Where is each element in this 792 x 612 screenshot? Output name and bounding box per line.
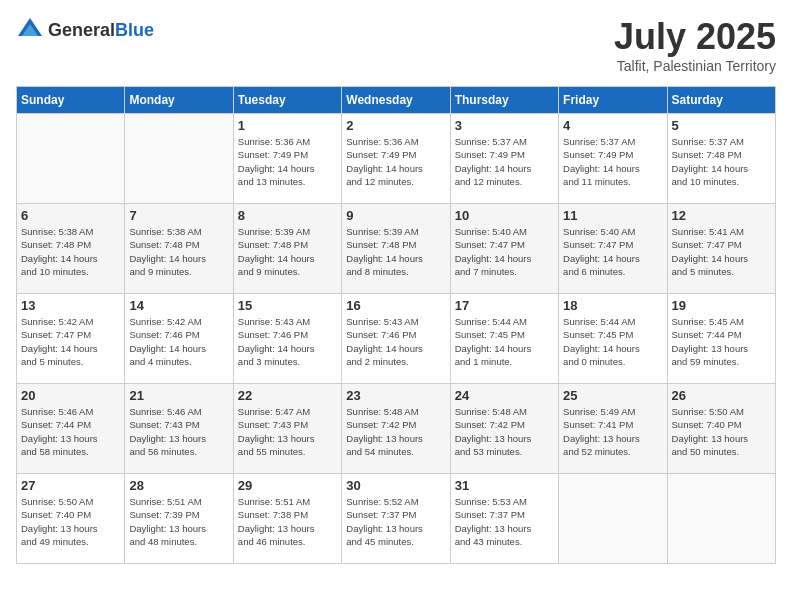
- day-number: 18: [563, 298, 662, 313]
- calendar-header: SundayMondayTuesdayWednesdayThursdayFrid…: [17, 87, 776, 114]
- calendar-cell: 24Sunrise: 5:48 AM Sunset: 7:42 PM Dayli…: [450, 384, 558, 474]
- week-row-1: 1Sunrise: 5:36 AM Sunset: 7:49 PM Daylig…: [17, 114, 776, 204]
- week-row-3: 13Sunrise: 5:42 AM Sunset: 7:47 PM Dayli…: [17, 294, 776, 384]
- day-info: Sunrise: 5:42 AM Sunset: 7:47 PM Dayligh…: [21, 315, 120, 368]
- day-info: Sunrise: 5:43 AM Sunset: 7:46 PM Dayligh…: [346, 315, 445, 368]
- day-info: Sunrise: 5:46 AM Sunset: 7:43 PM Dayligh…: [129, 405, 228, 458]
- page-header: General Blue July 2025 Talfit, Palestini…: [16, 16, 776, 74]
- calendar-cell: 19Sunrise: 5:45 AM Sunset: 7:44 PM Dayli…: [667, 294, 775, 384]
- week-row-5: 27Sunrise: 5:50 AM Sunset: 7:40 PM Dayli…: [17, 474, 776, 564]
- day-info: Sunrise: 5:39 AM Sunset: 7:48 PM Dayligh…: [238, 225, 337, 278]
- day-number: 22: [238, 388, 337, 403]
- calendar-cell: 26Sunrise: 5:50 AM Sunset: 7:40 PM Dayli…: [667, 384, 775, 474]
- week-row-4: 20Sunrise: 5:46 AM Sunset: 7:44 PM Dayli…: [17, 384, 776, 474]
- day-info: Sunrise: 5:45 AM Sunset: 7:44 PM Dayligh…: [672, 315, 771, 368]
- day-info: Sunrise: 5:43 AM Sunset: 7:46 PM Dayligh…: [238, 315, 337, 368]
- day-number: 24: [455, 388, 554, 403]
- day-number: 25: [563, 388, 662, 403]
- day-info: Sunrise: 5:40 AM Sunset: 7:47 PM Dayligh…: [563, 225, 662, 278]
- day-number: 19: [672, 298, 771, 313]
- calendar-cell: [667, 474, 775, 564]
- day-info: Sunrise: 5:42 AM Sunset: 7:46 PM Dayligh…: [129, 315, 228, 368]
- weekday-header-wednesday: Wednesday: [342, 87, 450, 114]
- day-info: Sunrise: 5:50 AM Sunset: 7:40 PM Dayligh…: [21, 495, 120, 548]
- calendar-cell: 12Sunrise: 5:41 AM Sunset: 7:47 PM Dayli…: [667, 204, 775, 294]
- calendar-cell: 4Sunrise: 5:37 AM Sunset: 7:49 PM Daylig…: [559, 114, 667, 204]
- day-number: 8: [238, 208, 337, 223]
- calendar-cell: 25Sunrise: 5:49 AM Sunset: 7:41 PM Dayli…: [559, 384, 667, 474]
- day-info: Sunrise: 5:51 AM Sunset: 7:39 PM Dayligh…: [129, 495, 228, 548]
- calendar-cell: 17Sunrise: 5:44 AM Sunset: 7:45 PM Dayli…: [450, 294, 558, 384]
- day-info: Sunrise: 5:37 AM Sunset: 7:48 PM Dayligh…: [672, 135, 771, 188]
- day-info: Sunrise: 5:37 AM Sunset: 7:49 PM Dayligh…: [563, 135, 662, 188]
- calendar-cell: 8Sunrise: 5:39 AM Sunset: 7:48 PM Daylig…: [233, 204, 341, 294]
- day-info: Sunrise: 5:36 AM Sunset: 7:49 PM Dayligh…: [346, 135, 445, 188]
- calendar-cell: 7Sunrise: 5:38 AM Sunset: 7:48 PM Daylig…: [125, 204, 233, 294]
- logo-icon: [16, 16, 44, 44]
- week-row-2: 6Sunrise: 5:38 AM Sunset: 7:48 PM Daylig…: [17, 204, 776, 294]
- day-info: Sunrise: 5:37 AM Sunset: 7:49 PM Dayligh…: [455, 135, 554, 188]
- day-info: Sunrise: 5:50 AM Sunset: 7:40 PM Dayligh…: [672, 405, 771, 458]
- calendar-cell: [125, 114, 233, 204]
- calendar-cell: 9Sunrise: 5:39 AM Sunset: 7:48 PM Daylig…: [342, 204, 450, 294]
- weekday-header-friday: Friday: [559, 87, 667, 114]
- calendar-cell: 2Sunrise: 5:36 AM Sunset: 7:49 PM Daylig…: [342, 114, 450, 204]
- day-number: 20: [21, 388, 120, 403]
- day-info: Sunrise: 5:49 AM Sunset: 7:41 PM Dayligh…: [563, 405, 662, 458]
- day-number: 28: [129, 478, 228, 493]
- logo-general-text: General: [48, 20, 115, 41]
- day-number: 14: [129, 298, 228, 313]
- logo: General Blue: [16, 16, 154, 44]
- calendar-cell: 31Sunrise: 5:53 AM Sunset: 7:37 PM Dayli…: [450, 474, 558, 564]
- calendar-cell: 1Sunrise: 5:36 AM Sunset: 7:49 PM Daylig…: [233, 114, 341, 204]
- day-number: 27: [21, 478, 120, 493]
- weekday-header-tuesday: Tuesday: [233, 87, 341, 114]
- day-number: 2: [346, 118, 445, 133]
- day-number: 23: [346, 388, 445, 403]
- calendar-cell: 29Sunrise: 5:51 AM Sunset: 7:38 PM Dayli…: [233, 474, 341, 564]
- calendar-cell: 14Sunrise: 5:42 AM Sunset: 7:46 PM Dayli…: [125, 294, 233, 384]
- day-number: 17: [455, 298, 554, 313]
- logo-blue-text: Blue: [115, 20, 154, 41]
- calendar-cell: 13Sunrise: 5:42 AM Sunset: 7:47 PM Dayli…: [17, 294, 125, 384]
- day-info: Sunrise: 5:47 AM Sunset: 7:43 PM Dayligh…: [238, 405, 337, 458]
- title-block: July 2025 Talfit, Palestinian Territory: [614, 16, 776, 74]
- calendar-body: 1Sunrise: 5:36 AM Sunset: 7:49 PM Daylig…: [17, 114, 776, 564]
- calendar-cell: 18Sunrise: 5:44 AM Sunset: 7:45 PM Dayli…: [559, 294, 667, 384]
- day-info: Sunrise: 5:38 AM Sunset: 7:48 PM Dayligh…: [21, 225, 120, 278]
- calendar-cell: 6Sunrise: 5:38 AM Sunset: 7:48 PM Daylig…: [17, 204, 125, 294]
- weekday-header-thursday: Thursday: [450, 87, 558, 114]
- day-number: 16: [346, 298, 445, 313]
- calendar-table: SundayMondayTuesdayWednesdayThursdayFrid…: [16, 86, 776, 564]
- day-number: 7: [129, 208, 228, 223]
- day-number: 1: [238, 118, 337, 133]
- day-number: 11: [563, 208, 662, 223]
- day-number: 26: [672, 388, 771, 403]
- calendar-cell: 21Sunrise: 5:46 AM Sunset: 7:43 PM Dayli…: [125, 384, 233, 474]
- month-title: July 2025: [614, 16, 776, 58]
- day-number: 12: [672, 208, 771, 223]
- day-number: 10: [455, 208, 554, 223]
- calendar-cell: 3Sunrise: 5:37 AM Sunset: 7:49 PM Daylig…: [450, 114, 558, 204]
- day-info: Sunrise: 5:53 AM Sunset: 7:37 PM Dayligh…: [455, 495, 554, 548]
- day-number: 13: [21, 298, 120, 313]
- location-title: Talfit, Palestinian Territory: [614, 58, 776, 74]
- day-number: 9: [346, 208, 445, 223]
- day-number: 30: [346, 478, 445, 493]
- calendar-cell: 10Sunrise: 5:40 AM Sunset: 7:47 PM Dayli…: [450, 204, 558, 294]
- day-number: 21: [129, 388, 228, 403]
- calendar-cell: 27Sunrise: 5:50 AM Sunset: 7:40 PM Dayli…: [17, 474, 125, 564]
- day-number: 15: [238, 298, 337, 313]
- day-number: 29: [238, 478, 337, 493]
- day-number: 4: [563, 118, 662, 133]
- day-info: Sunrise: 5:44 AM Sunset: 7:45 PM Dayligh…: [455, 315, 554, 368]
- calendar-cell: 22Sunrise: 5:47 AM Sunset: 7:43 PM Dayli…: [233, 384, 341, 474]
- day-info: Sunrise: 5:48 AM Sunset: 7:42 PM Dayligh…: [455, 405, 554, 458]
- weekday-header-saturday: Saturday: [667, 87, 775, 114]
- day-info: Sunrise: 5:52 AM Sunset: 7:37 PM Dayligh…: [346, 495, 445, 548]
- day-number: 5: [672, 118, 771, 133]
- calendar-cell: 23Sunrise: 5:48 AM Sunset: 7:42 PM Dayli…: [342, 384, 450, 474]
- calendar-cell: [559, 474, 667, 564]
- weekday-header-monday: Monday: [125, 87, 233, 114]
- day-info: Sunrise: 5:51 AM Sunset: 7:38 PM Dayligh…: [238, 495, 337, 548]
